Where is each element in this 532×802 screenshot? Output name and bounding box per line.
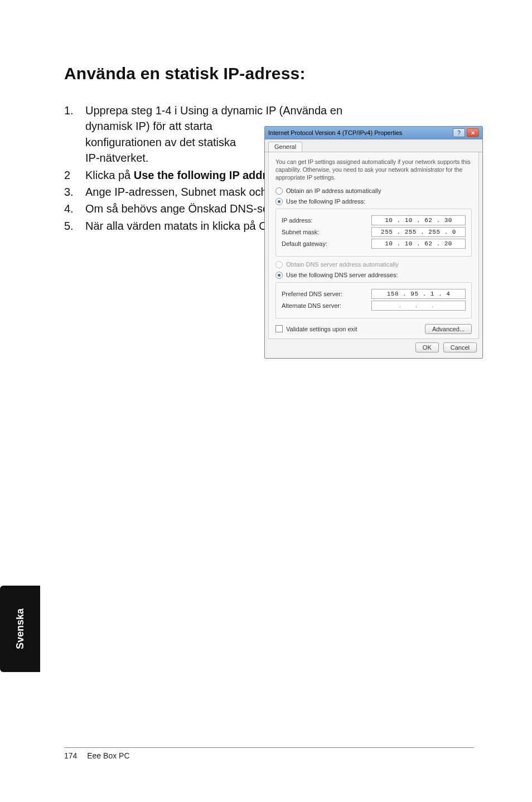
radio-obtain-ip-auto[interactable] [275, 187, 283, 195]
footer-product: Eee Box PC [87, 751, 129, 760]
tab-general[interactable]: General [268, 142, 302, 152]
page-footer: 174 Eee Box PC [64, 747, 474, 760]
cancel-button[interactable]: Cancel [443, 342, 477, 352]
radio-obtain-dns-auto [275, 261, 283, 268]
dialog-title: Internet Protocol Version 4 (TCP/IPv4) P… [268, 129, 402, 136]
dialog-titlebar: Internet Protocol Version 4 (TCP/IPv4) P… [265, 127, 482, 139]
preferred-dns-label: Preferred DNS server: [282, 291, 342, 297]
ip-fields-group: IP address: 10 . 10 . 62 . 30 Subnet mas… [275, 209, 472, 257]
radio-use-following-ip[interactable] [275, 198, 283, 205]
radio-obtain-dns-auto-label: Obtain DNS server address automatically [286, 261, 399, 268]
subnet-mask-input[interactable]: 255 . 255 . 255 . 0 [371, 227, 466, 237]
step-number: 2 [64, 167, 85, 183]
radio-use-following-dns[interactable] [275, 272, 283, 279]
radio-use-following-dns-label: Use the following DNS server addresses: [286, 272, 398, 278]
ip-address-label: IP address: [282, 217, 312, 224]
advanced-button[interactable]: Advanced... [425, 324, 472, 334]
alternate-dns-label: Alternate DNS server: [282, 302, 341, 309]
dns-fields-group: Preferred DNS server: 158 . 95 . 1 . 4 A… [275, 282, 472, 318]
step-2-pre: Klicka på [85, 169, 134, 181]
page-number: 174 [64, 751, 77, 760]
validate-checkbox[interactable] [275, 325, 283, 332]
step-number: 4. [64, 201, 85, 216]
window-help-button[interactable]: ? [453, 128, 465, 137]
step-1-rest: dynamisk IP) för att starta konfiguratio… [85, 118, 253, 166]
step-number: 1. [64, 103, 85, 166]
window-close-button[interactable]: ✕ [467, 128, 479, 137]
ok-button[interactable]: OK [415, 342, 439, 352]
language-tab: Svenska [0, 586, 40, 672]
alternate-dns-input[interactable]: . . . [371, 301, 466, 311]
radio-use-following-ip-label: Use the following IP address: [286, 198, 365, 205]
default-gateway-input[interactable]: 10 . 10 . 62 . 20 [371, 239, 466, 249]
ip-address-input[interactable]: 10 . 10 . 62 . 30 [371, 215, 466, 225]
radio-obtain-ip-auto-label: Obtain an IP address automatically [286, 187, 381, 194]
default-gateway-label: Default gateway: [282, 240, 327, 247]
ipv4-properties-dialog: Internet Protocol Version 4 (TCP/IPv4) P… [264, 126, 483, 359]
validate-label: Validate settings upon exit [286, 326, 357, 332]
step-1-line1: Upprepa steg 1-4 i Using a dynamic IP (A… [85, 104, 342, 117]
subnet-mask-label: Subnet mask: [282, 229, 319, 235]
page-heading: Använda en statisk IP-adress: [64, 64, 471, 83]
preferred-dns-input[interactable]: 158 . 95 . 1 . 4 [371, 289, 466, 299]
dialog-tabs: General [265, 139, 482, 152]
step-number: 3. [64, 184, 85, 200]
dialog-description: You can get IP settings assigned automat… [275, 158, 472, 182]
step-number: 5. [64, 218, 85, 234]
